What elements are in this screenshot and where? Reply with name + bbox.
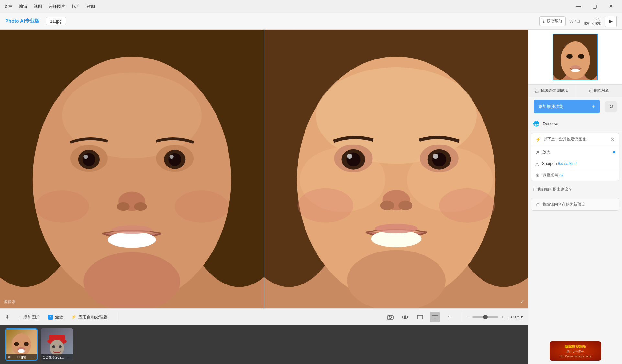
svg-point-70 bbox=[566, 54, 573, 59]
version-label: v3.4.3 bbox=[570, 19, 580, 24]
minimize-button[interactable]: — bbox=[571, 0, 586, 13]
add-enhance-row: 添加增强功能 + ↻ bbox=[531, 97, 619, 116]
adjust-light-text: 调整光照 all bbox=[543, 172, 615, 178]
remove-object-button[interactable]: ◇ 删除对象 bbox=[575, 85, 622, 97]
split-view-button[interactable] bbox=[430, 312, 440, 322]
svg-point-57 bbox=[24, 342, 29, 346]
app-title: Photo AI专业版 bbox=[5, 18, 39, 24]
super-focus-icon: ⬚ bbox=[535, 89, 539, 93]
zoom-minus-button[interactable]: − bbox=[467, 314, 470, 320]
panel-toggle-button[interactable]: ▶ bbox=[605, 16, 617, 27]
svg-point-69 bbox=[561, 41, 590, 79]
plus-icon: ＋ bbox=[17, 314, 21, 320]
window-controls: — ▢ ✕ bbox=[571, 0, 618, 13]
film-menu-0[interactable]: ··· bbox=[32, 355, 35, 359]
zoom-percent[interactable]: 100% ▾ bbox=[509, 315, 523, 319]
eye-view-button[interactable] bbox=[400, 312, 410, 322]
film-menu-1[interactable]: ··· bbox=[68, 356, 71, 359]
rotate-button[interactable]: ↻ bbox=[605, 101, 617, 112]
add-enhance-plus-icon: + bbox=[592, 103, 595, 110]
menu-select[interactable]: 选择图片 bbox=[49, 4, 65, 9]
film-name-0: 11.jpg bbox=[16, 355, 26, 359]
file-tab-name: 11.jpg bbox=[50, 19, 61, 24]
zoom-suggestion-dot bbox=[613, 151, 615, 153]
camera-view-button[interactable] bbox=[385, 312, 395, 322]
zoom-suggestion-text: 放大 bbox=[542, 149, 610, 155]
zoom-slider-thumb[interactable] bbox=[483, 315, 488, 319]
menu-edit[interactable]: 编辑 bbox=[19, 4, 27, 9]
canvas-area: 源像素 bbox=[0, 30, 528, 364]
how-suggestions-row[interactable]: ℹ 我们如何提出建议？ bbox=[528, 184, 622, 196]
add-enhance-label: 添加增强功能 bbox=[538, 104, 563, 110]
main-layout: 源像素 bbox=[0, 30, 622, 364]
add-photo-button[interactable]: ＋ 添加图片 bbox=[15, 313, 43, 322]
svg-point-62 bbox=[50, 340, 64, 356]
suggestion-close-button[interactable]: ✕ bbox=[610, 136, 615, 143]
svg-point-16 bbox=[134, 202, 147, 211]
source-label: 源像素 bbox=[4, 299, 16, 305]
super-focus-button[interactable]: ⬚ 超级聚焦 测试版 bbox=[528, 85, 575, 97]
zoom-slider[interactable] bbox=[472, 316, 498, 318]
select-all-checkbox[interactable]: ✓ 全选 bbox=[48, 314, 63, 320]
download-icon[interactable]: ⬇ bbox=[5, 314, 9, 320]
sharpen-prefix: Sharpen bbox=[542, 161, 558, 166]
bottom-toolbar: ⬇ ＋ 添加图片 ✓ 全选 ⚡ 应用自动处理器 bbox=[0, 308, 528, 325]
menu-file[interactable]: 文件 bbox=[4, 4, 12, 9]
how-text: 我们如何提出建议？ bbox=[537, 187, 572, 192]
svg-point-8 bbox=[83, 153, 95, 166]
zoom-plus-button[interactable]: + bbox=[501, 314, 504, 320]
menu-help[interactable]: 帮助 bbox=[87, 4, 95, 9]
filmstrip-item-1[interactable]: QQ截图202... ··· bbox=[41, 328, 73, 361]
help-button[interactable]: ℹ 获取帮助 bbox=[539, 16, 566, 26]
size-info: 尺寸 920 × 920 bbox=[584, 16, 601, 26]
help-label: 获取帮助 bbox=[547, 18, 562, 24]
svg-point-73 bbox=[571, 65, 580, 69]
save-preset-icon: ⊕ bbox=[536, 202, 540, 207]
mid-view-button[interactable]: 中 bbox=[445, 312, 455, 322]
watermark-area: 喔喔影视制作 是叫 2 今图作 http://www.hshyqm.com/ bbox=[528, 338, 622, 364]
svg-point-72 bbox=[571, 69, 580, 72]
menu-view[interactable]: 视图 bbox=[34, 4, 42, 9]
sharpen-suggestion-text: Sharpen the subject bbox=[542, 161, 615, 166]
thumbnail-box bbox=[553, 34, 598, 80]
svg-point-64 bbox=[59, 345, 62, 348]
svg-point-71 bbox=[578, 54, 584, 59]
adjust-light-suggestion-item[interactable]: ☀ 调整光照 all bbox=[531, 169, 619, 181]
titlebar: 文件 编辑 视图 选择图片 帐户 帮助 — ▢ ✕ bbox=[0, 0, 622, 13]
rotate-icon: ↻ bbox=[609, 103, 613, 110]
add-enhance-button[interactable]: 添加增强功能 + bbox=[534, 100, 600, 113]
canvas-left: 源像素 bbox=[0, 30, 264, 308]
remove-obj-icon: ◇ bbox=[589, 89, 592, 93]
zoom-dropdown-icon: ▾ bbox=[521, 315, 523, 319]
canvas-content: 源像素 bbox=[0, 30, 528, 308]
maximize-button[interactable]: ▢ bbox=[587, 0, 602, 13]
svg-point-18 bbox=[112, 225, 152, 234]
sharpen-suggestion-item[interactable]: △ Sharpen the subject bbox=[531, 158, 619, 169]
denoise-label: Denoise bbox=[543, 121, 558, 126]
svg-point-40 bbox=[380, 201, 394, 210]
svg-point-13 bbox=[170, 155, 174, 159]
auto-process-button[interactable]: ⚡ 应用自动处理器 bbox=[69, 313, 110, 322]
denoise-feature[interactable]: 🌐 Denoise bbox=[528, 117, 622, 130]
svg-point-56 bbox=[14, 342, 19, 346]
lightning-suggestion-icon: ⚡ bbox=[535, 137, 541, 142]
svg-point-19 bbox=[35, 190, 89, 222]
svg-point-12 bbox=[168, 153, 181, 166]
super-focus-label: 超级聚焦 测试版 bbox=[540, 88, 569, 93]
film-name-1: QQ截图202... bbox=[43, 355, 64, 360]
menu-account[interactable]: 帐户 bbox=[72, 4, 80, 9]
svg-point-63 bbox=[52, 345, 55, 348]
close-button[interactable]: ✕ bbox=[603, 0, 618, 13]
filmstrip-item-0[interactable]: ❄ 11.jpg ··· bbox=[5, 328, 38, 361]
save-preset-button[interactable]: ⊕ 将编辑内容存储为新预设 bbox=[531, 198, 619, 211]
auto-process-label: 应用自动处理器 bbox=[78, 314, 108, 320]
check-mark: ✓ bbox=[520, 298, 524, 305]
checkbox-icon: ✓ bbox=[48, 315, 53, 320]
enhanced-image bbox=[264, 30, 528, 308]
svg-rect-52 bbox=[417, 315, 423, 319]
file-tab[interactable]: 11.jpg bbox=[46, 17, 66, 25]
suggestion-section: ⚡ 以下是一些其他建议图像... ✕ ↗ 放大 △ Sharpen the su… bbox=[531, 133, 619, 181]
single-view-button[interactable] bbox=[415, 312, 425, 322]
filmstrip: ❄ 11.jpg ··· bbox=[0, 325, 528, 364]
zoom-suggestion-item[interactable]: ↗ 放大 bbox=[531, 146, 619, 158]
